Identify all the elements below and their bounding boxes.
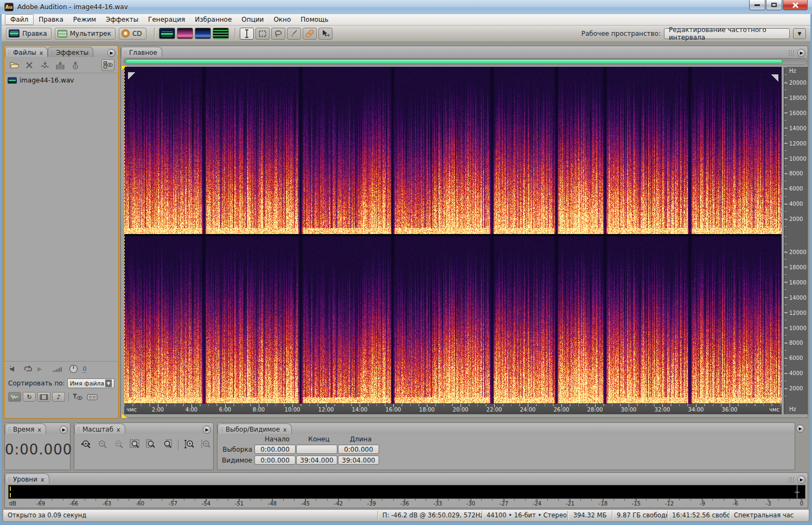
filter-eye-icon[interactable] xyxy=(72,393,83,401)
menu-item[interactable]: Опции xyxy=(236,15,268,24)
preview-play-icon[interactable]: ▶ xyxy=(37,365,42,372)
menu-item[interactable]: Правка xyxy=(34,15,68,24)
tab-time[interactable]: Время x xyxy=(5,423,46,434)
menu-item[interactable]: Генерация xyxy=(143,15,190,24)
tab-files[interactable]: Файлы x xyxy=(5,47,48,57)
volume-bars-icon[interactable] xyxy=(53,366,65,372)
zoom-selection-left-edge-button[interactable] xyxy=(144,438,158,451)
show-options-button[interactable] xyxy=(101,59,114,71)
status-segment: 9.87 ГБ свободно xyxy=(612,511,668,520)
playhead-bottom-marker[interactable] xyxy=(122,413,127,418)
preview-volume-knob-icon[interactable] xyxy=(69,364,78,374)
menu-item[interactable]: Файл xyxy=(5,14,34,25)
window-titlebar[interactable]: Au Adobe Audition - image44-16.wav xyxy=(0,0,812,14)
tab-selection-view[interactable]: Выбор/Видимое x xyxy=(218,423,292,434)
lasso-selection-tool-button[interactable] xyxy=(271,28,285,40)
menu-item[interactable]: Режим xyxy=(68,15,101,24)
time-selection-tool-button[interactable] xyxy=(240,28,254,40)
preview-volume-value[interactable]: 0 xyxy=(82,365,86,373)
zoom-selection-right-edge-button[interactable] xyxy=(160,438,175,451)
zoom-in-vertical-button[interactable] xyxy=(182,438,196,451)
tab-close-icon[interactable]: x xyxy=(40,49,43,56)
frequency-ruler[interactable]: Hz 2000018000160001400012000100008000600… xyxy=(784,67,808,414)
view-length-field[interactable]: 39:04.000 xyxy=(338,456,379,465)
sort-select[interactable]: Имя файла ▼ xyxy=(67,378,114,388)
tab-close-icon[interactable]: x xyxy=(117,426,120,433)
workspace-dropdown-button[interactable]: ▼ xyxy=(793,28,806,39)
menu-item[interactable]: Помощь xyxy=(296,15,333,24)
time-panel-menu-button[interactable]: ▶ xyxy=(60,426,68,434)
peak-indicator xyxy=(10,486,11,491)
level-meter[interactable] xyxy=(8,485,805,499)
show-midi-files-button[interactable]: ♪ xyxy=(52,392,65,402)
multitrack-label: Мультитрек xyxy=(70,30,111,37)
waveform-display-button[interactable] xyxy=(159,28,175,39)
frequency-tick: 2000 xyxy=(784,385,803,391)
files-panel-menu-button[interactable]: ▶ xyxy=(107,49,116,57)
selection-start-field[interactable]: 0:00.000 xyxy=(254,445,296,454)
navigation-zoom-bar[interactable] xyxy=(125,59,783,64)
tab-selection-label: Выбор/Видимое xyxy=(226,426,280,433)
healing-brush-tool-button[interactable] xyxy=(303,28,317,40)
show-audio-files-button[interactable] xyxy=(8,392,21,402)
brush-tool-button[interactable] xyxy=(287,28,301,40)
close-button[interactable] xyxy=(783,0,808,10)
cd-view-button[interactable]: CD xyxy=(119,28,146,40)
insert-into-edit-button[interactable] xyxy=(39,59,52,71)
view-end-field[interactable]: 39:04.000 xyxy=(296,456,337,465)
time-ruler[interactable]: чмс 2:004:006:008:0010:0012:0014:0016:00… xyxy=(124,403,782,414)
tab-levels[interactable]: Уровни x xyxy=(5,473,49,484)
zoom-in-horizontal-button[interactable] xyxy=(79,438,93,451)
spectral-corner-handle-right[interactable] xyxy=(771,74,778,81)
spectral-phase-display-button[interactable] xyxy=(213,28,229,39)
multitrack-view-button[interactable]: Мультитрек xyxy=(55,28,116,40)
spectrogram-canvas[interactable] xyxy=(124,67,782,403)
file-list-item[interactable]: image44-16.wav xyxy=(5,75,118,85)
menu-item[interactable]: Избранное xyxy=(190,15,236,24)
spectral-pan-display-button[interactable] xyxy=(195,28,211,39)
tab-close-icon[interactable]: x xyxy=(41,476,44,483)
zoom-out-horizontal-button[interactable] xyxy=(95,438,110,451)
frequency-tick: 4000 xyxy=(784,370,803,376)
spectral-corner-handle-left[interactable] xyxy=(128,72,135,79)
preview-loop-icon[interactable] xyxy=(23,365,33,372)
menu-item[interactable]: Эффекты xyxy=(101,15,143,24)
workspace-select[interactable]: Редактирование частотного интервала xyxy=(664,28,790,39)
minimize-button[interactable] xyxy=(749,0,765,10)
tab-close-icon[interactable]: x xyxy=(38,426,42,433)
preview-speaker-icon[interactable] xyxy=(9,365,19,373)
insert-into-cd-button[interactable] xyxy=(69,59,82,71)
zoom-full-icon xyxy=(113,439,124,450)
time-minor-ticks xyxy=(124,404,782,406)
chevron-down-icon: ▼ xyxy=(798,31,802,36)
zoom-out-vertical-button[interactable] xyxy=(198,438,213,451)
edit-view-button[interactable]: Правка xyxy=(6,28,52,40)
tab-zoom[interactable]: Масштаб x xyxy=(74,423,125,434)
scrub-tool-button[interactable] xyxy=(318,28,333,40)
marquee-selection-tool-button[interactable] xyxy=(255,28,270,40)
selection-panel-menu-button[interactable]: ▶ xyxy=(796,425,804,433)
selection-length-field[interactable]: 0:00.000 xyxy=(338,445,379,454)
show-video-files-button[interactable] xyxy=(37,392,50,402)
levels-panel-menu-button[interactable]: ▶ xyxy=(797,476,805,484)
tab-main[interactable]: Главное xyxy=(121,47,162,57)
spectral-frequency-display-button[interactable] xyxy=(177,28,193,39)
selection-end-field[interactable] xyxy=(296,445,337,454)
show-loop-files-button[interactable]: ↻ xyxy=(23,392,36,402)
tab-effects[interactable]: Эффекты xyxy=(48,47,93,57)
time-unit-label: чмс xyxy=(126,407,137,413)
close-file-button[interactable] xyxy=(23,59,36,71)
zoom-panel-menu-button[interactable]: ▶ xyxy=(203,426,211,434)
insert-into-multitrack-button[interactable] xyxy=(54,59,67,71)
menu-item[interactable]: Окно xyxy=(268,15,296,24)
maximize-button[interactable] xyxy=(766,0,782,10)
playhead-line[interactable] xyxy=(124,67,125,403)
import-file-button[interactable] xyxy=(8,59,21,71)
tab-close-icon[interactable]: x xyxy=(283,426,287,433)
main-panel-menu-button[interactable]: ▶ xyxy=(797,49,805,57)
zoom-to-selection-button[interactable] xyxy=(127,438,142,451)
view-start-field[interactable]: 0:00.000 xyxy=(254,456,296,465)
cassette-icon[interactable] xyxy=(87,394,98,401)
db-scale: dB -69-66-63-60-57-54-51-48-45-42-39-36-… xyxy=(8,499,805,508)
zoom-out-full-button[interactable] xyxy=(111,438,126,451)
